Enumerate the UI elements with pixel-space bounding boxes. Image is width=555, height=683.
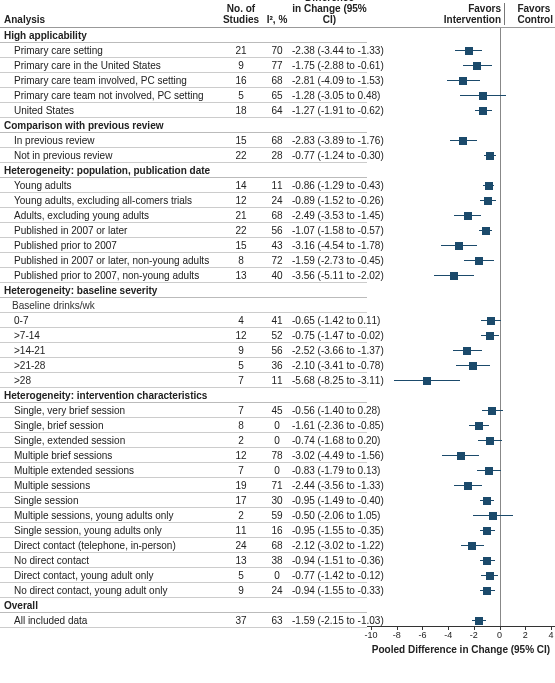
row-effect: -1.07 (-1.58 to -0.57) xyxy=(292,225,367,236)
row-effect: -0.89 (-1.52 to -0.26) xyxy=(292,195,367,206)
forest-row xyxy=(367,373,555,388)
row-effect: -0.95 (-1.55 to -0.35) xyxy=(292,525,367,536)
row-n: 4 xyxy=(220,315,262,326)
row-n: 8 xyxy=(220,420,262,431)
row-i2: 68 xyxy=(262,135,292,146)
row-i2: 52 xyxy=(262,330,292,341)
table-row: 0-7441-0.65 (-1.42 to 0.11) xyxy=(0,313,367,328)
row-i2: 64 xyxy=(262,105,292,116)
row-i2: 56 xyxy=(262,225,292,236)
row-effect: -0.75 (-1.47 to -0.02) xyxy=(292,330,367,341)
table-row: Direct contact (telephone, in-person)246… xyxy=(0,538,367,553)
table-row: Published prior to 2007, non-young adult… xyxy=(0,268,367,283)
row-label: Published prior to 2007, non-young adult… xyxy=(0,270,220,281)
table-row: Multiple sessions, young adults only259-… xyxy=(0,508,367,523)
forest-row xyxy=(367,148,555,163)
point-estimate-marker xyxy=(479,107,487,115)
forest-row xyxy=(367,43,555,58)
point-estimate-marker xyxy=(459,77,467,85)
forest-row xyxy=(367,88,555,103)
row-n: 5 xyxy=(220,90,262,101)
row-effect: -1.59 (-2.15 to -1.03) xyxy=(292,615,367,626)
axis-tick-label: -8 xyxy=(393,630,401,640)
row-effect: -0.86 (-1.29 to -0.43) xyxy=(292,180,367,191)
forest-row xyxy=(367,103,555,118)
row-label: Direct contact, young adult only xyxy=(0,570,220,581)
point-estimate-marker xyxy=(483,527,491,535)
row-n: 18 xyxy=(220,105,262,116)
axis-tick-label: 2 xyxy=(523,630,528,640)
row-label: No direct contact xyxy=(0,555,220,566)
row-label: Primary care setting xyxy=(0,45,220,56)
point-estimate-marker xyxy=(486,437,494,445)
row-n: 21 xyxy=(220,210,262,221)
row-n: 16 xyxy=(220,75,262,86)
row-i2: 78 xyxy=(262,450,292,461)
row-i2: 72 xyxy=(262,255,292,266)
row-n: 9 xyxy=(220,585,262,596)
row-n: 17 xyxy=(220,495,262,506)
row-i2: 45 xyxy=(262,405,292,416)
row-n: 15 xyxy=(220,240,262,251)
favors-divider xyxy=(504,3,505,25)
forest-row xyxy=(367,418,555,433)
table-row: Multiple extended sessions70-0.83 (-1.79… xyxy=(0,463,367,478)
table-row: Single, brief session80-1.61 (-2.36 to -… xyxy=(0,418,367,433)
row-label: No direct contact, young adult only xyxy=(0,585,220,596)
table-row: Direct contact, young adult only50-0.77 … xyxy=(0,568,367,583)
table-header-row: Analysis No. of Studies I², % Pooled Dif… xyxy=(0,0,367,28)
row-n: 7 xyxy=(220,405,262,416)
forest-row xyxy=(367,478,555,493)
axis-tick-label: -4 xyxy=(444,630,452,640)
point-estimate-marker xyxy=(475,422,483,430)
axis-tick-label: -10 xyxy=(364,630,377,640)
row-i2: 16 xyxy=(262,525,292,536)
point-estimate-marker xyxy=(459,137,467,145)
row-label: Multiple extended sessions xyxy=(0,465,220,476)
point-estimate-marker xyxy=(486,572,494,580)
forest-row xyxy=(367,508,555,523)
table-row: >28711-5.68 (-8.25 to -3.11) xyxy=(0,373,367,388)
point-estimate-marker xyxy=(469,362,477,370)
row-label: 0-7 xyxy=(0,315,220,326)
row-effect: -0.94 (-1.55 to -0.33) xyxy=(292,585,367,596)
group-header: Heterogeneity: population, publication d… xyxy=(0,163,367,178)
plot-body xyxy=(367,28,555,628)
point-estimate-marker xyxy=(483,557,491,565)
row-n: 2 xyxy=(220,510,262,521)
forest-row xyxy=(367,313,555,328)
forest-row xyxy=(367,553,555,568)
forest-row xyxy=(367,343,555,358)
col-header-i2: I², % xyxy=(262,14,292,25)
row-label: Primary care team not involved, PC setti… xyxy=(0,90,220,101)
table-row: United States1864-1.27 (-1.91 to -0.62) xyxy=(0,103,367,118)
row-n: 12 xyxy=(220,450,262,461)
point-estimate-marker xyxy=(488,407,496,415)
table-row: Single session1730-0.95 (-1.49 to -0.40) xyxy=(0,493,367,508)
point-estimate-marker xyxy=(484,197,492,205)
row-label: Single, very brief session xyxy=(0,405,220,416)
row-effect: -2.83 (-3.89 to -1.76) xyxy=(292,135,367,146)
figure-container: Analysis No. of Studies I², % Pooled Dif… xyxy=(0,0,555,676)
point-estimate-marker xyxy=(473,62,481,70)
row-i2: 0 xyxy=(262,420,292,431)
row-i2: 41 xyxy=(262,315,292,326)
row-n: 7 xyxy=(220,465,262,476)
row-effect: -2.10 (-3.41 to -0.78) xyxy=(292,360,367,371)
forest-row xyxy=(367,208,555,223)
row-effect: -3.16 (-4.54 to -1.78) xyxy=(292,240,367,251)
table-row: Adults, excluding young adults2168-2.49 … xyxy=(0,208,367,223)
forest-row xyxy=(367,463,555,478)
row-i2: 56 xyxy=(262,345,292,356)
row-n: 13 xyxy=(220,270,262,281)
table-row: Published in 2007 or later2256-1.07 (-1.… xyxy=(0,223,367,238)
row-label: Young adults, excluding all-comers trial… xyxy=(0,195,220,206)
row-n: 8 xyxy=(220,255,262,266)
table-panel: Analysis No. of Studies I², % Pooled Dif… xyxy=(0,0,367,676)
row-label: >21-28 xyxy=(0,360,220,371)
row-i2: 70 xyxy=(262,45,292,56)
forest-row xyxy=(367,238,555,253)
point-estimate-marker xyxy=(479,92,487,100)
axis-tick-label: 4 xyxy=(548,630,553,640)
row-label: Single session, young adults only xyxy=(0,525,220,536)
